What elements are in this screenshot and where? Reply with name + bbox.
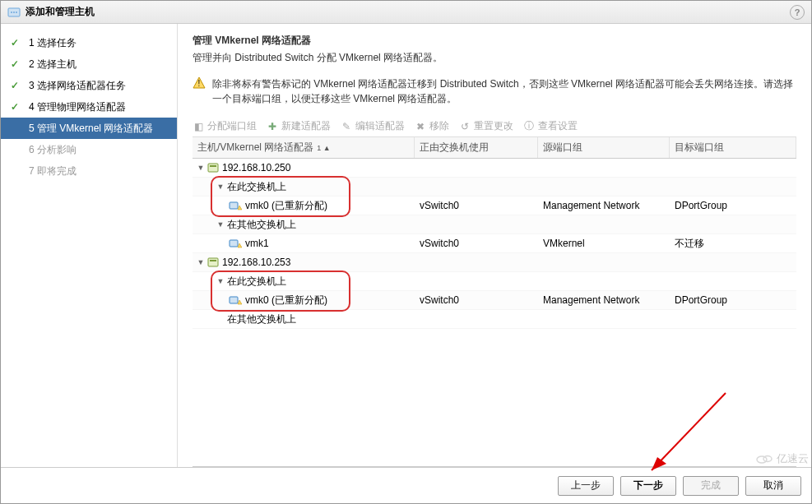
wizard-step-6: 6 分析影响 (1, 139, 177, 160)
remove-button[interactable]: ✖移除 (415, 119, 449, 133)
new-adapter-button[interactable]: ✚新建适配器 (267, 119, 331, 133)
svg-rect-7 (210, 165, 216, 167)
step-label: 4 管理物理网络适配器 (29, 100, 126, 114)
wizard-step-5[interactable]: 5 管理 VMkernel 网络适配器 (1, 118, 177, 139)
back-button[interactable]: 上一步 (558, 476, 614, 496)
cancel-button[interactable]: 取消 (745, 476, 801, 496)
svg-text:!: ! (198, 79, 201, 88)
check-icon: ✓ (11, 58, 22, 70)
col-header-switch[interactable]: 正由交换机使用 (415, 137, 538, 158)
col-header-source[interactable]: 源端口组 (538, 137, 670, 158)
group-label: 在此交换机上 (227, 275, 286, 289)
assign-icon: ◧ (193, 121, 204, 132)
host-icon (207, 257, 219, 268)
collapse-icon[interactable]: ▼ (196, 163, 206, 173)
adapter-row[interactable]: vmk1vSwitch0VMkernel不迁移 (193, 234, 796, 253)
svg-marker-11 (238, 243, 242, 247)
collapse-icon[interactable]: ▼ (216, 220, 225, 229)
adapter-row[interactable]: vmk0 (已重新分配)vSwitch0Management NetworkDP… (193, 197, 796, 215)
host-ip: 192.168.10.250 (222, 162, 290, 173)
wizard-step-1[interactable]: ✓1 选择任务 (1, 32, 177, 53)
svg-point-18 (757, 456, 767, 463)
group-row[interactable]: ▼在此交换机上 (193, 178, 796, 197)
wizard-icon (7, 6, 21, 19)
assign-portgroup-button[interactable]: ◧分配端口组 (193, 119, 257, 133)
pencil-icon: ✎ (341, 121, 352, 132)
switch-name: vSwitch0 (415, 238, 538, 249)
target-portgroup: 不迁移 (670, 237, 796, 251)
svg-rect-6 (208, 164, 218, 172)
wizard-step-4[interactable]: ✓4 管理物理网络适配器 (1, 96, 177, 118)
main-panel: 管理 VMkernel 网络适配器 管理并向 Distributed Switc… (178, 24, 811, 467)
grid-body: ▼192.168.10.250▼在此交换机上vmk0 (已重新分配)vSwitc… (193, 159, 796, 467)
host-row[interactable]: ▼192.168.10.253 (193, 253, 796, 272)
warning-icon: ! (193, 76, 206, 90)
wizard-sidebar: ✓1 选择任务✓2 选择主机✓3 选择网络适配器任务✓4 管理物理网络适配器5 … (1, 24, 178, 467)
step-label: 2 选择主机 (29, 58, 77, 72)
check-icon (11, 165, 22, 177)
vmkernel-nic-icon (229, 200, 242, 211)
collapse-icon[interactable]: ▼ (196, 257, 206, 267)
group-label: 在其他交换机上 (227, 312, 296, 326)
group-label: 在此交换机上 (227, 180, 286, 194)
next-button[interactable]: 下一步 (620, 476, 676, 496)
group-row[interactable]: ▼在此交换机上 (193, 272, 796, 291)
page-title: 管理 VMkernel 网络适配器 (193, 34, 796, 48)
svg-point-19 (763, 456, 772, 462)
collapse-icon[interactable]: ▼ (216, 276, 225, 286)
svg-point-3 (16, 12, 17, 13)
source-portgroup: Management Network (538, 294, 670, 306)
collapse-icon[interactable] (216, 314, 225, 324)
col-header-target[interactable]: 目标端口组 (670, 137, 796, 158)
wizard-step-2[interactable]: ✓2 选择主机 (1, 53, 177, 75)
collapse-icon[interactable]: ▼ (216, 182, 225, 192)
host-row[interactable]: ▼192.168.10.250 (193, 159, 796, 178)
check-icon: ✓ (11, 80, 22, 91)
check-icon (11, 144, 22, 155)
target-portgroup: DPortGroup (670, 294, 796, 306)
dialog: 添加和管理主机 ? ✓1 选择任务✓2 选择主机✓3 选择网络适配器任务✓4 管… (0, 0, 812, 504)
grid-header: 主机/VMkernel 网络适配器1 ▲ 正由交换机使用 源端口组 目标端口组 (193, 137, 796, 159)
adapter-row[interactable]: vmk0 (已重新分配)vSwitch0Management NetworkDP… (193, 291, 796, 310)
step-label: 1 选择任务 (29, 36, 77, 50)
source-portgroup: VMkernel (538, 238, 670, 249)
group-row[interactable]: ▼在其他交换机上 (193, 215, 796, 234)
warning-text: 除非将标有警告标记的 VMkernel 网络适配器迁移到 Distributed… (212, 76, 796, 106)
dialog-title: 添加和管理主机 (26, 5, 95, 19)
vmkernel-nic-icon (229, 238, 242, 249)
wizard-step-7: 7 即将完成 (1, 160, 177, 182)
adapter-name: vmk1 (245, 238, 269, 249)
wizard-step-3[interactable]: ✓3 选择网络适配器任务 (1, 75, 177, 96)
check-icon: ✓ (11, 101, 22, 113)
dialog-body: ✓1 选择任务✓2 选择主机✓3 选择网络适配器任务✓4 管理物理网络适配器5 … (1, 24, 811, 467)
titlebar: 添加和管理主机 ? (1, 1, 811, 24)
svg-rect-14 (230, 297, 238, 303)
footer: 上一步 下一步 完成 取消 (1, 467, 811, 503)
source-portgroup: Management Network (538, 200, 670, 211)
svg-rect-12 (208, 258, 218, 266)
finish-button: 完成 (683, 476, 739, 496)
info-icon: ⓘ (523, 121, 535, 132)
edit-adapter-button[interactable]: ✎编辑适配器 (341, 119, 405, 133)
step-label: 7 即将完成 (29, 164, 77, 178)
step-label: 3 选择网络适配器任务 (29, 79, 126, 93)
adapter-name: vmk0 (已重新分配) (245, 294, 327, 307)
check-icon: ✓ (11, 37, 22, 49)
col-header-host[interactable]: 主机/VMkernel 网络适配器1 ▲ (193, 137, 415, 158)
help-icon[interactable]: ? (790, 5, 805, 20)
page-subtitle: 管理并向 Distributed Switch 分配 VMkernel 网络适配… (193, 51, 796, 65)
sort-indicator: 1 ▲ (317, 144, 330, 152)
group-label: 在其他交换机上 (227, 218, 296, 232)
host-ip: 192.168.10.253 (222, 257, 290, 268)
group-row[interactable]: 在其他交换机上 (193, 310, 796, 329)
adapter-name: vmk0 (已重新分配) (245, 199, 327, 213)
host-icon (207, 162, 219, 173)
reset-change-button[interactable]: ↺重置更改 (459, 119, 513, 133)
switch-name: vSwitch0 (415, 200, 538, 211)
step-label: 6 分析影响 (29, 143, 77, 157)
svg-rect-10 (230, 240, 238, 247)
toolbar: ◧分配端口组 ✚新建适配器 ✎编辑适配器 ✖移除 ↺重置更改 ⓘ查看设置 (193, 116, 796, 137)
svg-point-2 (13, 12, 15, 13)
reset-icon: ↺ (459, 121, 471, 132)
view-settings-button[interactable]: ⓘ查看设置 (523, 119, 578, 133)
